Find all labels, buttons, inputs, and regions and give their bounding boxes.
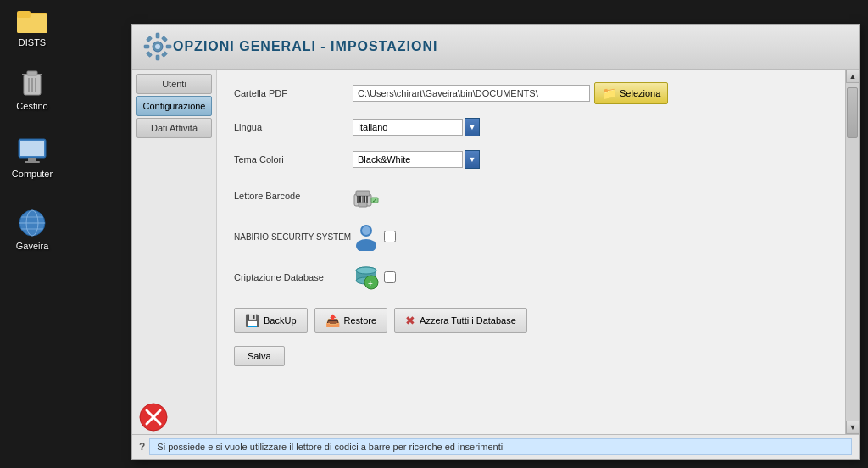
svg-rect-5 [27, 71, 37, 75]
svg-rect-22 [144, 45, 149, 48]
lettore-barcode-control: ✓ [353, 182, 380, 209]
folder-icon: 📁 [602, 86, 616, 100]
database-icon: + [353, 264, 380, 291]
nabirio-checkbox[interactable] [384, 231, 396, 242]
azzera-button[interactable]: ✖ Azzera Tutti i Database [394, 308, 527, 333]
lettore-barcode-label: Lettore Barcode [234, 191, 353, 201]
sidebar: Utenti Configurazione Dati Attività [132, 70, 217, 434]
lingua-dropdown-btn[interactable]: ▼ [465, 118, 480, 136]
cestino-label: Cestino [16, 101, 47, 111]
sidebar-btn-dati-attivita[interactable]: Dati Attività [136, 118, 212, 138]
select-btn-label: Seleziona [620, 88, 660, 98]
restore-label: Restore [344, 315, 377, 326]
pdf-folder-row: Cartella PDF 📁 Seleziona [234, 82, 828, 104]
pdf-folder-control: 📁 Seleziona [353, 82, 828, 104]
criptazione-control: + [353, 264, 396, 291]
dists-label: DISTS [19, 37, 46, 47]
sidebar-btn-utenti[interactable]: Utenti [136, 74, 212, 94]
gear-icon [142, 31, 173, 62]
restore-icon: 📤 [326, 314, 340, 327]
tema-colori-control: ▼ [353, 150, 480, 169]
action-buttons: 💾 BackUp 📤 Restore ✖ Azzera Tutti i Data… [234, 308, 828, 333]
azzera-icon: ✖ [405, 314, 415, 327]
tema-colori-input[interactable] [353, 151, 463, 168]
svg-text:+: + [368, 279, 373, 288]
svg-rect-29 [356, 191, 370, 196]
footer-question-mark: ? [139, 441, 145, 453]
svg-rect-10 [20, 141, 44, 156]
dialog-header: OPZIONI GENERALI - IMPOSTAZIONI [132, 25, 859, 70]
svg-rect-2 [17, 11, 31, 18]
svg-rect-27 [161, 51, 167, 57]
scroll-up-arrow[interactable]: ▲ [846, 70, 859, 83]
scroll-down-arrow[interactable]: ▼ [846, 421, 859, 434]
gaveira-icon [17, 208, 47, 238]
close-button[interactable] [138, 402, 169, 432]
content-area: Cartella PDF 📁 Seleziona Lingua ▼ [217, 70, 845, 434]
barcode-scanner-icon: ✓ [353, 182, 380, 209]
desktop-icon-dists[interactable]: DISTS [7, 4, 58, 47]
save-area: Salva [234, 346, 828, 366]
computer-label: Computer [12, 169, 53, 179]
svg-point-39 [356, 239, 376, 251]
sidebar-btn-configurazione[interactable]: Configurazione [136, 96, 212, 116]
select-folder-button[interactable]: 📁 Seleziona [594, 82, 668, 104]
cestino-icon [17, 68, 47, 98]
svg-point-40 [362, 226, 370, 235]
nabirio-row: NABIRIO SECURITY SYSTEM [234, 223, 828, 250]
nabirio-label: NABIRIO SECURITY SYSTEM [234, 232, 353, 242]
main-dialog: OPZIONI GENERALI - IMPOSTAZIONI Utenti C… [131, 24, 860, 460]
lingua-input[interactable] [353, 119, 463, 136]
svg-point-44 [356, 267, 376, 274]
nabirio-control [353, 223, 396, 250]
svg-text:✓: ✓ [372, 198, 377, 203]
criptazione-row: Criptazione Database + [234, 264, 828, 291]
criptazione-checkbox[interactable] [384, 271, 396, 283]
lingua-row: Lingua ▼ [234, 118, 828, 136]
svg-rect-11 [28, 158, 36, 161]
scrollbar[interactable]: ▲ ▼ [845, 70, 859, 434]
restore-button[interactable]: 📤 Restore [314, 308, 388, 333]
svg-point-19 [155, 44, 160, 49]
footer-status-text: Si possiede e si vuole utilizzare il let… [149, 438, 852, 455]
desktop-icon-computer[interactable]: Computer [7, 136, 58, 179]
computer-icon [17, 136, 47, 166]
desktop-icon-gaveira[interactable]: Gaveira [7, 208, 58, 251]
backup-icon: 💾 [245, 314, 259, 327]
lettore-barcode-row: Lettore Barcode [234, 182, 828, 209]
desktop-icon-cestino[interactable]: Cestino [7, 68, 58, 111]
lingua-control: ▼ [353, 118, 480, 136]
criptazione-label: Criptazione Database [234, 272, 353, 282]
svg-rect-21 [156, 55, 159, 60]
tema-colori-label: Tema Colori [234, 154, 353, 164]
pdf-folder-label: Cartella PDF [234, 88, 353, 98]
pdf-folder-input[interactable] [353, 85, 590, 102]
svg-rect-20 [156, 33, 159, 38]
svg-rect-24 [146, 36, 152, 42]
backup-button[interactable]: 💾 BackUp [234, 308, 308, 333]
scroll-track[interactable] [846, 83, 859, 421]
azzera-label: Azzera Tutti i Database [420, 315, 516, 326]
save-button[interactable]: Salva [234, 346, 285, 366]
svg-rect-35 [359, 203, 367, 207]
dialog-title: OPZIONI GENERALI - IMPOSTAZIONI [173, 39, 437, 54]
dialog-footer: ? Si possiede e si vuole utilizzare il l… [132, 434, 859, 459]
svg-rect-12 [25, 161, 40, 163]
security-icon [353, 223, 380, 250]
tema-colori-row: Tema Colori ▼ [234, 150, 828, 169]
tema-colori-dropdown-btn[interactable]: ▼ [465, 150, 480, 169]
svg-rect-23 [166, 45, 171, 48]
lingua-label: Lingua [234, 122, 353, 132]
svg-rect-26 [146, 51, 152, 57]
svg-rect-25 [161, 36, 167, 42]
dialog-body: Utenti Configurazione Dati Attività Cart… [132, 70, 859, 434]
gaveira-label: Gaveira [16, 241, 49, 251]
backup-label: BackUp [264, 315, 297, 326]
dists-icon [17, 4, 47, 35]
scroll-thumb[interactable] [847, 87, 858, 138]
